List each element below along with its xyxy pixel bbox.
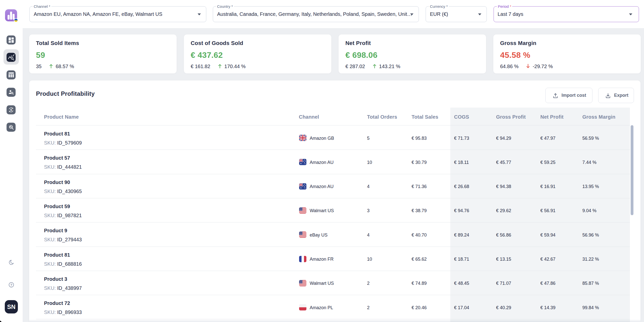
svg-text:$: $ bbox=[10, 108, 12, 111]
svg-text:?: ? bbox=[10, 283, 12, 287]
